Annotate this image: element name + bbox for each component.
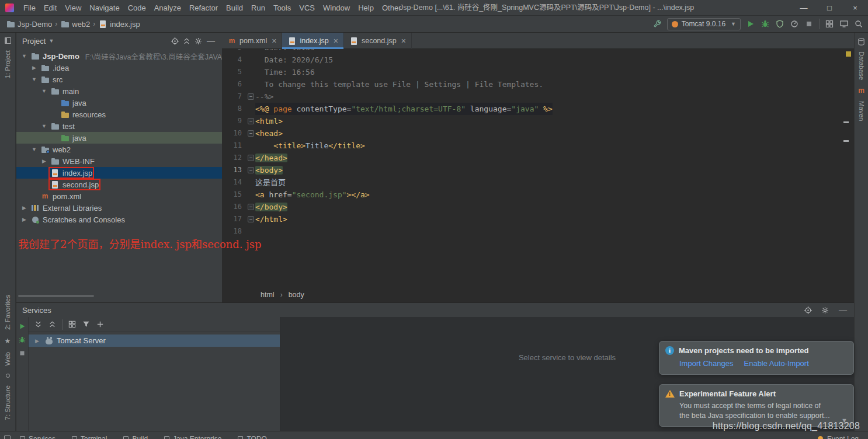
menu-vcs[interactable]: VCS bbox=[295, 4, 319, 12]
statusbar-tab-services[interactable]: Services bbox=[20, 435, 55, 439]
nav-breadcrumb-item-index-jsp[interactable]: index.jsp bbox=[97, 19, 141, 29]
tab-second-jsp[interactable]: second.jsp× bbox=[344, 33, 412, 49]
stop-service-button[interactable] bbox=[18, 349, 26, 357]
add-service-icon[interactable] bbox=[96, 320, 105, 329]
debug-button[interactable] bbox=[761, 19, 770, 29]
menu-view[interactable]: View bbox=[61, 4, 85, 12]
tool-button-2-favorites[interactable]: 2: Favorites bbox=[4, 295, 11, 330]
minimize-button[interactable]: — bbox=[791, 0, 817, 16]
chevron-down-icon[interactable]: ▼ bbox=[30, 76, 39, 82]
statusbar-tab-java-enterprise[interactable]: Java Enterprise bbox=[164, 435, 221, 439]
breadcrumb-body[interactable]: body bbox=[289, 291, 304, 299]
code-text[interactable]: Time: 16:56 bbox=[255, 66, 315, 78]
menu-analyze[interactable]: Analyze bbox=[150, 4, 185, 12]
code-text[interactable]: </html> bbox=[255, 213, 287, 225]
fold-marker-icon[interactable] bbox=[246, 152, 255, 164]
nav-breadcrumb-item-web2[interactable]: web2 bbox=[59, 19, 91, 29]
group-by-icon[interactable] bbox=[68, 320, 77, 329]
menu-refactor[interactable]: Refactor bbox=[185, 4, 222, 12]
menu-run[interactable]: Run bbox=[247, 4, 269, 12]
tree-item-index-jsp[interactable]: index.jsp bbox=[16, 167, 222, 179]
horizontal-scrollbar[interactable] bbox=[18, 295, 94, 297]
run-service-button[interactable] bbox=[18, 322, 26, 330]
tree-item-jsp-demo[interactable]: ▼Jsp-DemoF:\尚硅谷Java全套教程\3.尚硅谷全套JAVA教程- bbox=[16, 50, 222, 62]
locate-file-icon[interactable] bbox=[171, 37, 179, 46]
tree-item-web-inf[interactable]: ▶WEB-INF bbox=[16, 155, 222, 167]
fold-marker-icon[interactable] bbox=[246, 115, 255, 127]
tool-button-web[interactable]: Web bbox=[4, 352, 11, 365]
monitor-icon[interactable] bbox=[839, 19, 849, 29]
chevron-down-icon[interactable]: ▼ bbox=[40, 123, 48, 129]
profiler-button[interactable] bbox=[790, 19, 799, 29]
tree-item-java[interactable]: java bbox=[16, 132, 222, 144]
tool-button-1-project[interactable]: 1: Project bbox=[4, 50, 11, 79]
close-button[interactable]: × bbox=[842, 0, 868, 16]
stop-button[interactable] bbox=[804, 19, 814, 29]
statusbar-tab-terminal[interactable]: Terminal bbox=[72, 435, 107, 439]
code-text[interactable]: <%@ page contentType="text/html;charset=… bbox=[255, 103, 553, 115]
code-text[interactable]: <body> bbox=[255, 164, 283, 176]
chevron-right-icon[interactable]: ▶ bbox=[40, 158, 48, 164]
close-icon[interactable]: × bbox=[401, 37, 406, 45]
tree-item-scratches-and-consoles[interactable]: ▶Scratches and Consoles bbox=[16, 214, 222, 225]
tree-item-web2[interactable]: ▼web2 bbox=[16, 144, 222, 155]
wrench-icon[interactable] bbox=[652, 19, 662, 29]
tree-item-tomcat-server[interactable]: ▶ Tomcat Server bbox=[29, 335, 280, 347]
chevron-down-icon[interactable]: ▼ bbox=[30, 147, 39, 152]
debug-service-button[interactable] bbox=[18, 336, 26, 344]
event-log-label[interactable]: Event Log bbox=[827, 435, 859, 439]
hide-panel-icon[interactable]: — bbox=[206, 37, 216, 45]
fold-marker-icon[interactable] bbox=[246, 90, 255, 103]
tree-item-src[interactable]: ▼src bbox=[16, 74, 222, 85]
breadcrumb-html[interactable]: html bbox=[261, 291, 275, 299]
tab-index-jsp[interactable]: index.jsp× bbox=[282, 33, 344, 49]
tree-item-java[interactable]: java bbox=[16, 97, 222, 109]
statusbar-tab-build[interactable]: Build bbox=[123, 435, 148, 439]
project-panel-title[interactable]: Project bbox=[22, 37, 46, 46]
nav-breadcrumb-item-jsp-demo[interactable]: Jsp-Demo bbox=[5, 19, 53, 29]
tab-pom-xml[interactable]: mpom.xml× bbox=[222, 33, 282, 49]
code-text[interactable]: <title>Title</title> bbox=[255, 140, 365, 152]
fold-marker-icon[interactable] bbox=[246, 213, 255, 225]
collapse-all-icon[interactable] bbox=[48, 320, 57, 329]
import-changes-link[interactable]: Import Changes bbox=[679, 359, 734, 368]
code-text[interactable]: <html> bbox=[255, 115, 283, 127]
menu-edit[interactable]: Edit bbox=[40, 4, 61, 12]
hide-panel-icon[interactable]: — bbox=[838, 306, 848, 314]
code-text[interactable]: <head> bbox=[255, 127, 283, 140]
menu-tools[interactable]: Tools bbox=[269, 4, 295, 12]
tool-window-switcher-icon[interactable] bbox=[4, 435, 11, 439]
search-everywhere-icon[interactable] bbox=[854, 19, 863, 29]
tool-button-7-structure[interactable]: 7: Structure bbox=[4, 385, 11, 420]
tree-item-idea[interactable]: ▶.idea bbox=[16, 62, 222, 74]
database-icon[interactable] bbox=[857, 37, 866, 46]
chevron-right-icon[interactable]: ▶ bbox=[30, 65, 39, 71]
gear-icon[interactable] bbox=[194, 37, 203, 46]
menu-file[interactable]: File bbox=[19, 4, 40, 12]
expand-all-icon[interactable] bbox=[34, 320, 43, 329]
fold-marker-icon[interactable] bbox=[246, 201, 255, 213]
code-text[interactable]: 这是首页 bbox=[255, 176, 286, 189]
tool-grid-icon[interactable] bbox=[825, 19, 834, 29]
menu-build[interactable]: Build bbox=[222, 4, 247, 12]
run-configuration-select[interactable]: Tomcat 9.0.16 ▼ bbox=[667, 18, 741, 30]
menu-code[interactable]: Code bbox=[124, 4, 150, 12]
menu-window[interactable]: Window bbox=[319, 4, 354, 12]
enable-auto-import-link[interactable]: Enable Auto-Import bbox=[744, 359, 809, 368]
run-button[interactable] bbox=[746, 19, 755, 29]
chevron-right-icon[interactable]: ▶ bbox=[20, 205, 29, 211]
tree-item-second-jsp[interactable]: second.jsp bbox=[16, 179, 222, 190]
close-icon[interactable]: × bbox=[272, 37, 276, 45]
collapse-all-icon[interactable] bbox=[182, 37, 191, 46]
fold-marker-icon[interactable] bbox=[246, 127, 255, 140]
tree-item-test[interactable]: ▼test bbox=[16, 120, 222, 132]
code-text[interactable]: <a href="second.jsp"></a> bbox=[255, 189, 370, 201]
filter-icon[interactable] bbox=[82, 320, 91, 329]
gear-icon[interactable] bbox=[821, 306, 829, 315]
code-text[interactable]: To change this template use File | Setti… bbox=[255, 78, 543, 90]
chevron-right-icon[interactable]: ▶ bbox=[20, 217, 29, 222]
menu-navigate[interactable]: Navigate bbox=[85, 4, 123, 12]
inspection-indicator-icon[interactable] bbox=[846, 51, 851, 57]
fold-marker-icon[interactable] bbox=[246, 164, 255, 176]
menu-help[interactable]: Help bbox=[354, 4, 378, 12]
